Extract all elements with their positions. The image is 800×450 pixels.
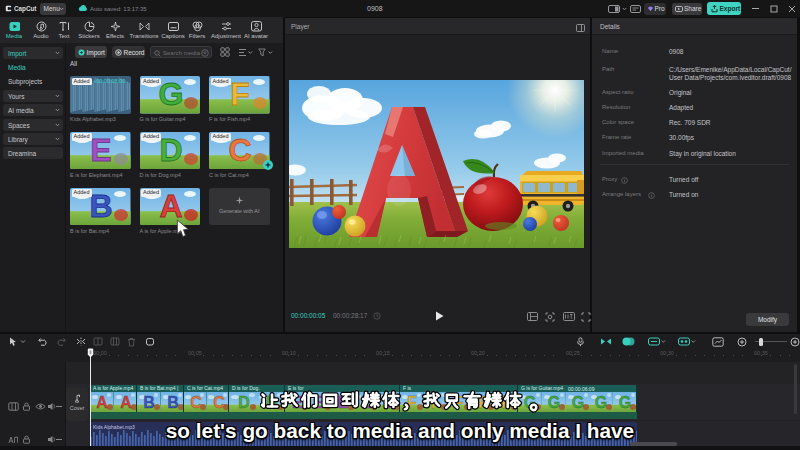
svg-text:F: F [230, 76, 250, 112]
svg-text:G: G [619, 393, 631, 410]
svg-text:C: C [213, 394, 225, 411]
svg-text:C: C [228, 132, 251, 168]
svg-text:G: G [158, 76, 183, 112]
svg-text:B: B [143, 394, 155, 411]
svg-text:D: D [238, 394, 250, 411]
svg-text:A: A [120, 394, 132, 411]
svg-text:D: D [159, 132, 182, 168]
svg-text:B: B [167, 394, 179, 411]
svg-text:C: C [190, 394, 202, 411]
svg-text:G: G [571, 393, 583, 410]
svg-text:G: G [548, 393, 560, 410]
svg-text:B: B [89, 188, 112, 224]
svg-text:A: A [96, 394, 108, 411]
svg-text:G: G [595, 393, 607, 410]
svg-text:E: E [90, 132, 111, 168]
